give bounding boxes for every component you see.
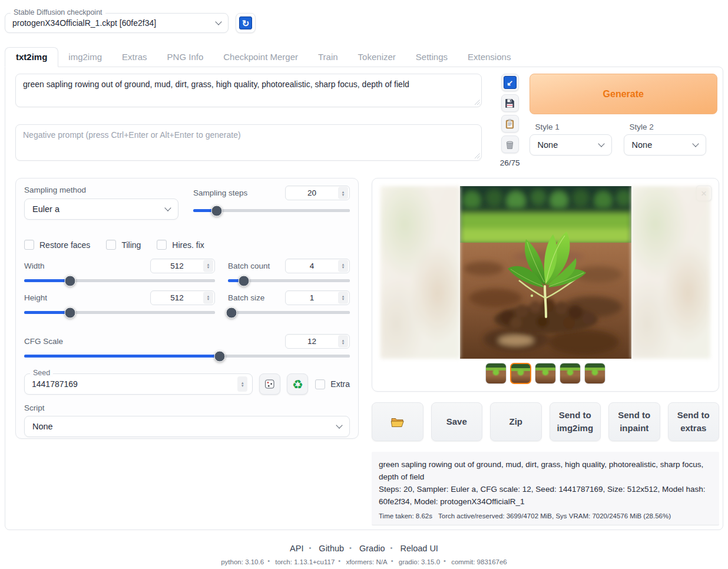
generated-image[interactable]: [460, 186, 631, 359]
generate-button[interactable]: Generate: [530, 74, 717, 114]
sampling-method-dropdown[interactable]: Euler a: [24, 199, 178, 220]
cfg-slider[interactable]: [24, 355, 350, 358]
send-to-extras-label: Send to extras: [673, 409, 714, 435]
number-spinner[interactable]: ▴▾: [237, 376, 247, 392]
tab-train[interactable]: Train: [308, 48, 348, 67]
footer-link-gradio[interactable]: Gradio: [359, 544, 385, 553]
toggles-row: Restore faces Tiling Hires. fix: [24, 240, 350, 250]
height-label: Height: [24, 293, 47, 302]
commit-hash: commit: 983167e6: [451, 558, 507, 565]
read-generation-params-button[interactable]: ↙: [501, 74, 519, 91]
tab-extensions[interactable]: Extensions: [458, 48, 521, 67]
width-slider[interactable]: [24, 279, 215, 282]
footer-link-api[interactable]: API: [290, 544, 303, 553]
seed-input[interactable]: [32, 379, 237, 389]
slider-knob[interactable]: [226, 307, 237, 318]
extra-checkbox[interactable]: [315, 379, 325, 389]
cfg-input[interactable]: [286, 337, 338, 346]
thumbnail-5[interactable]: [584, 363, 605, 384]
dice-icon: [264, 378, 276, 390]
app-window: Stable Diffusion checkpoint protogenX34O…: [0, 0, 728, 569]
footer-link-reload-ui[interactable]: Reload UI: [400, 544, 438, 553]
info-prompt-text: green sapling rowing out of ground, mud,…: [379, 459, 712, 484]
slider-knob[interactable]: [238, 275, 249, 286]
negative-prompt-wrap: [15, 124, 482, 161]
thumbnail-3[interactable]: [535, 363, 556, 384]
open-folder-button[interactable]: [372, 402, 423, 441]
send-to-inpaint-button[interactable]: Send to inpaint: [608, 402, 660, 441]
number-spinner[interactable]: ▴▾: [338, 260, 348, 272]
hires-fix-checkbox[interactable]: [157, 240, 167, 250]
number-spinner[interactable]: ▴▾: [338, 292, 348, 304]
style2-group: Style 2 None: [624, 119, 706, 156]
negative-prompt-input[interactable]: [15, 124, 482, 161]
batch-count-input[interactable]: [286, 262, 338, 270]
send-to-img2img-button[interactable]: Send to img2img: [550, 402, 601, 441]
width-input[interactable]: [151, 262, 203, 270]
checkpoint-dropdown[interactable]: Stable Diffusion checkpoint protogenX34O…: [5, 13, 229, 33]
gallery-next-image[interactable]: [631, 186, 711, 359]
height-input[interactable]: [151, 293, 203, 302]
slider-knob[interactable]: [64, 275, 75, 286]
thumbnail-1[interactable]: [485, 363, 507, 384]
height-input-box: ▴▾: [150, 290, 215, 305]
save-style-button[interactable]: [501, 94, 519, 112]
footer: API• Github• Gradio• Reload UI python: 3…: [0, 544, 728, 565]
tab-txt2img[interactable]: txt2img: [5, 47, 58, 67]
clear-prompt-button[interactable]: [501, 135, 519, 153]
save-button[interactable]: Save: [431, 402, 483, 441]
python-version: python: 3.10.6: [221, 558, 264, 565]
thumbnail-2-selected[interactable]: [510, 363, 531, 384]
result-gallery: ×: [372, 178, 719, 392]
xformers-version: xformers: N/A: [346, 558, 387, 565]
checkpoint-label: Stable Diffusion checkpoint: [11, 8, 105, 16]
slider-knob[interactable]: [211, 205, 222, 216]
style1-dropdown[interactable]: None: [530, 134, 612, 156]
tab-img2img[interactable]: img2img: [58, 48, 112, 67]
number-spinner[interactable]: ▴▾: [338, 335, 348, 348]
slider-knob[interactable]: [214, 350, 225, 362]
number-spinner[interactable]: ▴▾: [203, 292, 213, 304]
prompt-input[interactable]: green sapling rowing out of ground, mud,…: [15, 74, 482, 107]
style2-dropdown[interactable]: None: [624, 134, 706, 156]
sampling-method-value: Euler a: [32, 204, 59, 214]
refresh-checkpoints-button[interactable]: ↻: [236, 13, 256, 33]
generation-info-panel: green sapling rowing out of ground, mud,…: [372, 452, 719, 525]
thumbnail-4[interactable]: [560, 363, 581, 384]
footer-link-github[interactable]: Github: [319, 544, 344, 553]
tab-png-info[interactable]: PNG Info: [157, 48, 214, 67]
batch-size-input[interactable]: [286, 293, 338, 302]
footer-versions: python: 3.10.6• torch: 1.13.1+cu117• xfo…: [0, 557, 728, 565]
number-spinner[interactable]: ▴▾: [338, 187, 348, 199]
bullet-separator: •: [349, 544, 352, 551]
reuse-seed-button[interactable]: ♻: [287, 373, 308, 395]
send-to-extras-button[interactable]: Send to extras: [668, 402, 720, 441]
spinner-down-icon: ▾: [342, 342, 345, 345]
slider-knob[interactable]: [64, 307, 75, 318]
apply-style-button[interactable]: [501, 115, 519, 133]
batch-count-slider[interactable]: [228, 279, 350, 282]
sampling-steps-input[interactable]: [286, 188, 338, 197]
tiling-checkbox[interactable]: [106, 240, 116, 250]
tab-tokenizer[interactable]: Tokenizer: [348, 48, 406, 67]
tab-extras[interactable]: Extras: [112, 48, 157, 67]
height-slider[interactable]: [24, 311, 215, 314]
random-seed-button[interactable]: [259, 373, 280, 395]
batch-count-input-box: ▴▾: [285, 259, 350, 273]
bullet-separator: •: [309, 544, 311, 551]
tab-settings[interactable]: Settings: [406, 48, 458, 67]
tab-checkpoint-merger[interactable]: Checkpoint Merger: [213, 48, 308, 67]
prompt-tools-column: ↙ 26/75: [501, 74, 519, 167]
spinner-down-icon: ▾: [241, 384, 244, 387]
cfg-input-box: ▴▾: [285, 334, 350, 349]
batch-size-slider[interactable]: [228, 311, 350, 314]
sampling-steps-slider[interactable]: [193, 209, 350, 212]
style2-value: None: [632, 140, 653, 150]
number-spinner[interactable]: ▴▾: [203, 260, 213, 272]
height-group: Height ▴▾: [24, 290, 215, 314]
zip-button[interactable]: Zip: [490, 402, 542, 441]
spinner-down-icon: ▾: [342, 297, 345, 300]
script-dropdown[interactable]: None: [24, 416, 350, 437]
gallery-prev-image[interactable]: [380, 186, 460, 359]
restore-faces-checkbox[interactable]: [24, 240, 34, 250]
